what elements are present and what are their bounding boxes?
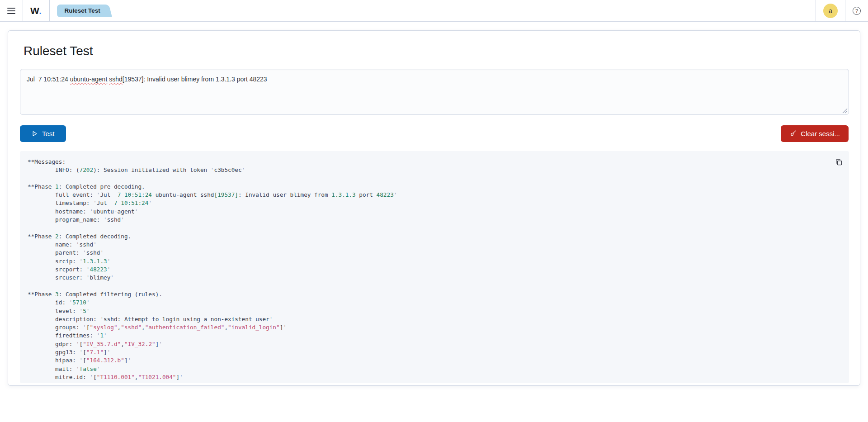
log-event-text: Jul 7 10:51:24 ubuntu-agent sshd[19537]:…: [27, 75, 842, 84]
code-line: firedtimes: '1': [28, 332, 831, 340]
code-line: mitre.id: '["T1110.001","T1021.004"]': [28, 373, 831, 381]
code-line: **Phase 1: Completed pre-decoding.: [28, 183, 831, 191]
test-output-code: **Messages: INFO: (7202): Session initia…: [28, 158, 831, 382]
test-button-label: Test: [42, 130, 55, 138]
code-line: id: '5710': [28, 299, 831, 307]
logo-cell: W.: [23, 0, 49, 21]
help-cell: ?: [845, 0, 868, 21]
help-icon[interactable]: ?: [853, 7, 861, 15]
wazuh-logo[interactable]: W.: [30, 5, 42, 16]
resize-handle[interactable]: [842, 108, 848, 114]
code-line: level: '5': [28, 307, 831, 315]
code-line: [28, 174, 831, 182]
code-line: hipaa: '["164.312.b"]': [28, 356, 831, 365]
code-line: full event: 'Jul 7 10:51:24 ubuntu-agent…: [28, 191, 831, 199]
code-line: description: 'sshd: Attempt to login usi…: [28, 315, 831, 323]
logo-letter: W: [30, 5, 39, 16]
avatar[interactable]: a: [823, 4, 838, 18]
code-line: [28, 282, 831, 290]
avatar-cell: a: [816, 0, 845, 21]
test-output-block[interactable]: **Messages: INFO: (7202): Session initia…: [20, 151, 849, 383]
tab-ruleset-test[interactable]: Ruleset Test: [57, 5, 103, 17]
logo-dot: .: [39, 5, 42, 16]
copy-button[interactable]: [834, 158, 843, 167]
top-header: W. Ruleset Test a ?: [0, 0, 868, 22]
code-line: gpg13: '["7.1"]': [28, 348, 831, 356]
code-line: srcip: '1.3.1.3': [28, 257, 831, 266]
clear-session-button[interactable]: Clear sessi...: [781, 125, 849, 142]
breadcrumb-area: Ruleset Test: [50, 0, 103, 21]
code-line: **Phase 2: Completed decoding.: [28, 232, 831, 241]
menu-cell: [0, 0, 23, 21]
code-line: srcport: '48223': [28, 266, 831, 274]
hamburger-menu-icon[interactable]: [7, 8, 15, 14]
actions-row: Test Clear sessi...: [20, 125, 849, 142]
log-event-input[interactable]: Jul 7 10:51:24 ubuntu-agent sshd[19537]:…: [20, 69, 849, 115]
code-line: [28, 224, 831, 232]
broom-icon: [789, 130, 797, 137]
code-line: INFO: (7202): Session initialized with t…: [28, 166, 831, 174]
play-icon: [31, 130, 38, 137]
code-line: hostname: 'ubuntu-agent': [28, 208, 831, 216]
clear-session-label: Clear sessi...: [801, 130, 840, 138]
code-line: srcuser: 'blimey': [28, 274, 831, 282]
code-line: gdpr: '["IV_35.7.d","IV_32.2"]': [28, 340, 831, 348]
ruleset-test-panel: Ruleset Test Jul 7 10:51:24 ubuntu-agent…: [8, 30, 860, 386]
tab-label: Ruleset Test: [65, 7, 100, 14]
page-title: Ruleset Test: [24, 43, 849, 59]
test-button[interactable]: Test: [20, 125, 66, 142]
code-line: mail: 'false': [28, 365, 831, 373]
code-line: **Messages:: [28, 158, 831, 166]
copy-icon: [835, 158, 843, 166]
avatar-initial: a: [829, 7, 832, 14]
spellcheck-word: ubuntu-agent: [70, 76, 108, 83]
help-glyph: ?: [855, 8, 858, 14]
code-line: program_name: 'sshd': [28, 216, 831, 224]
spellcheck-word: sshd: [109, 76, 123, 83]
code-line: timestamp: 'Jul 7 10:51:24': [28, 199, 831, 207]
code-line: name: 'sshd': [28, 241, 831, 249]
code-line: **Phase 3: Completed filtering (rules).: [28, 290, 831, 299]
code-line: parent: 'sshd': [28, 249, 831, 257]
code-line: groups: '["syslog","sshd","authenticatio…: [28, 323, 831, 332]
